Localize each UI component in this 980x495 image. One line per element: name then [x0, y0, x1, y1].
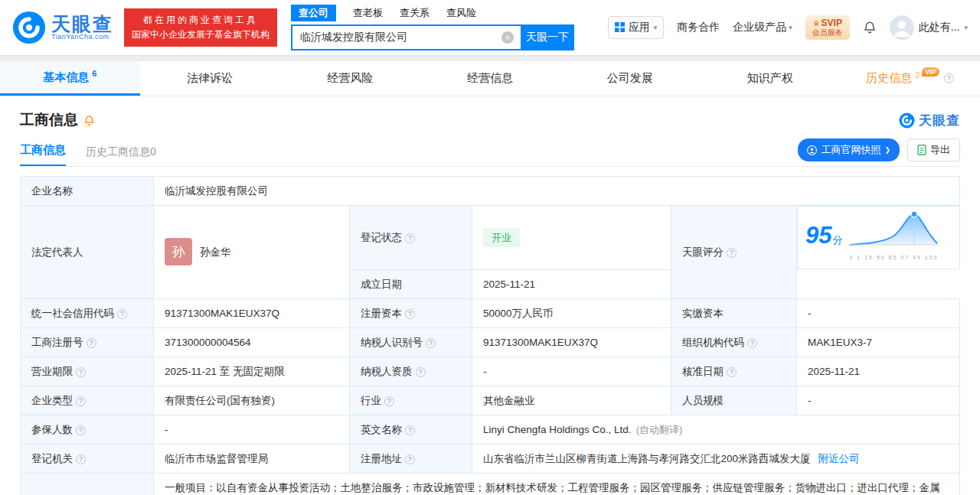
- divider-strip: [0, 55, 980, 61]
- field-value: 50000万人民币: [472, 298, 671, 327]
- field-label: 登记机关: [21, 444, 154, 473]
- help-icon[interactable]: [405, 454, 415, 464]
- field-label: 企业名称: [21, 177, 154, 206]
- subtab-business-info[interactable]: 工商信息: [20, 143, 66, 166]
- field-value: 371300000004564: [154, 327, 350, 357]
- legal-rep-name-link[interactable]: 孙金华: [200, 244, 231, 260]
- user-name: 此处有...: [919, 21, 960, 34]
- score-cell: 95分: [797, 206, 960, 269]
- table-row: 经营范围 一般项目：以自有资金从事投资活动；土地整治服务；市政设施管理；新材料技…: [21, 473, 960, 495]
- label-text: 核准日期: [682, 366, 724, 377]
- table-row: 法定代表人 孙 孙金华 登记状态 开业 天眼评分 95分: [21, 206, 960, 270]
- help-icon[interactable]: [76, 367, 86, 377]
- nav-enterprise-products[interactable]: 企业级产品: [733, 21, 792, 34]
- help-icon[interactable]: [416, 367, 426, 377]
- label-text: 企业名称: [31, 185, 73, 197]
- subtab-actions: 工商官网快照 导出: [798, 138, 960, 166]
- help-icon[interactable]: [87, 338, 96, 348]
- apps-menu[interactable]: 应用: [608, 16, 665, 39]
- notification-bell-icon[interactable]: [863, 20, 877, 35]
- search-tab-relation[interactable]: 查关系: [400, 6, 430, 20]
- search-tab-company[interactable]: 查公司: [291, 5, 336, 21]
- user-account-menu[interactable]: 此处有...: [890, 15, 968, 40]
- chevron-down-icon: [654, 24, 658, 31]
- score-unit: 分: [832, 234, 842, 246]
- value-text: 91371300MAK1EUX37Q: [165, 308, 279, 319]
- field-value: 临沂市市场监督管理局: [154, 444, 350, 473]
- snapshot-label: 工商官网快照: [821, 143, 880, 157]
- tab-label: 历史信息: [866, 71, 912, 86]
- help-icon[interactable]: [405, 309, 415, 319]
- export-label: 导出: [930, 143, 950, 157]
- field-label: 工商注册号: [21, 327, 154, 357]
- search-tab-risk[interactable]: 查风险: [446, 6, 476, 20]
- english-name-value: Linyi Chengfa Holdings Co., Ltd.: [483, 424, 632, 435]
- tab-operating-info[interactable]: 经营信息: [420, 61, 560, 96]
- search-row: 天眼一下: [291, 24, 574, 50]
- address-value: 山东省临沂市兰山区柳青街道上海路与孝河路交汇北200米路西城发大厦: [483, 453, 811, 464]
- help-icon[interactable]: [76, 396, 86, 406]
- search-area: 查公司 查老板 查关系 查风险 天眼一下: [291, 5, 574, 50]
- table-row: 工商注册号 371300000004564 纳税人识别号 91371300MAK…: [21, 327, 960, 357]
- slogan-line1: 都在用的商业查询工具: [132, 13, 270, 28]
- help-icon[interactable]: [405, 425, 415, 435]
- official-snapshot-button[interactable]: 工商官网快照: [798, 138, 900, 161]
- label-text: 法定代表人: [31, 246, 83, 258]
- clear-search-icon[interactable]: [501, 31, 514, 44]
- help-icon[interactable]: [747, 338, 757, 348]
- score-axis-labels: 0 1 15 50 85 97 99 100: [849, 249, 938, 265]
- tab-operating-risk[interactable]: 经营风险: [280, 61, 420, 96]
- tianyancha-logo[interactable]: 天眼查 TianYanCha.com: [12, 11, 113, 44]
- tianyancha-watermark: 天眼查: [899, 112, 960, 129]
- watermark-text: 天眼查: [919, 112, 960, 129]
- tab-intellectual-property[interactable]: 知识产权: [700, 61, 840, 96]
- value-text: -: [808, 308, 812, 319]
- field-value: 其他金融业: [472, 386, 671, 415]
- tab-label: 经营风险: [327, 71, 373, 86]
- help-icon[interactable]: [944, 73, 954, 83]
- label-text: 企业类型: [31, 395, 73, 406]
- search-button[interactable]: 天眼一下: [521, 24, 574, 50]
- field-label: 组织机构代码: [671, 327, 797, 357]
- help-icon[interactable]: [727, 248, 737, 258]
- tab-legal-proceedings[interactable]: 法律诉讼: [140, 61, 280, 96]
- field-label: 实缴资本: [671, 298, 797, 327]
- nearby-companies-link[interactable]: 附近公司: [818, 453, 860, 464]
- business-scope-value: 一般项目：以自有资金从事投资活动；土地整治服务；市政设施管理；新材料技术研发；工…: [165, 482, 940, 495]
- search-box: [291, 24, 521, 50]
- search-input[interactable]: [291, 24, 521, 50]
- field-value: 91371300MAK1EUX37Q: [154, 298, 350, 327]
- svip-member-badge[interactable]: SVIP 会员服务: [805, 15, 850, 40]
- field-label: 登记状态: [350, 206, 472, 270]
- search-tab-boss[interactable]: 查老板: [353, 6, 383, 20]
- help-icon[interactable]: [76, 425, 86, 435]
- label-text: 天眼评分: [682, 246, 724, 258]
- help-icon[interactable]: [727, 367, 737, 377]
- label-text: 实缴资本: [682, 308, 724, 319]
- help-icon[interactable]: [426, 338, 436, 348]
- help-icon[interactable]: [117, 309, 127, 319]
- tab-company-development[interactable]: 公司发展: [560, 61, 700, 96]
- help-icon[interactable]: [76, 454, 86, 464]
- field-label: 人员规模: [671, 386, 797, 415]
- tab-basic-info[interactable]: 基本信息 6: [0, 61, 140, 96]
- export-button[interactable]: 导出: [907, 138, 960, 161]
- field-label: 行业: [350, 386, 472, 415]
- tianyancha-logo-icon: [12, 11, 46, 44]
- apps-label: 应用: [629, 21, 650, 34]
- subtab-history-business-info[interactable]: 历史工商信息0: [86, 145, 156, 166]
- field-value: 有限责任公司(国有独资): [154, 386, 350, 415]
- help-icon[interactable]: [384, 396, 394, 406]
- person-badge-icon: [807, 145, 817, 155]
- nav-business-cooperation[interactable]: 商务合作: [677, 21, 720, 34]
- monitor-bell-icon[interactable]: [83, 114, 95, 127]
- search-tabs: 查公司 查老板 查关系 查风险: [291, 5, 574, 21]
- field-value: 2025-11-21: [472, 269, 671, 298]
- status-badge: 开业: [483, 228, 520, 247]
- help-icon[interactable]: [405, 233, 415, 243]
- field-label: 营业期限: [21, 357, 154, 386]
- legal-rep-avatar[interactable]: 孙: [165, 238, 192, 265]
- field-label: 企业类型: [21, 386, 154, 415]
- business-info-table: 企业名称 临沂城发控股有限公司 法定代表人 孙 孙金华 登记状态 开业 天眼评分…: [20, 176, 960, 495]
- tab-history-info[interactable]: 历史信息 2 VIP: [840, 61, 980, 96]
